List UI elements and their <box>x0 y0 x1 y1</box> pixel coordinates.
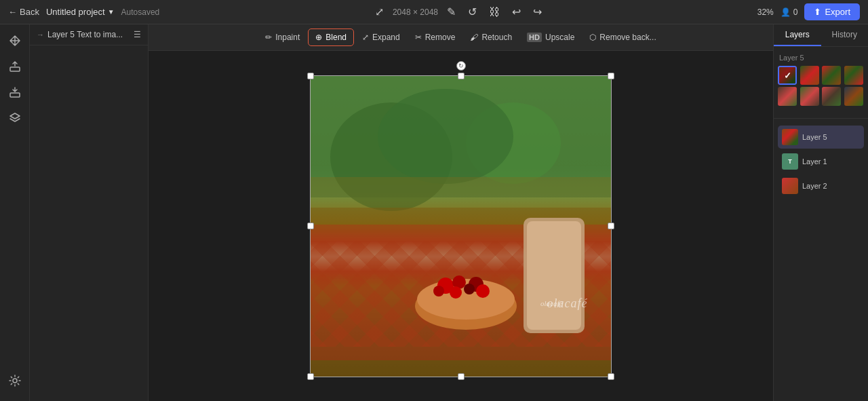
layer-5-label: Layer 5 <box>802 133 827 141</box>
svg-point-6 <box>378 89 513 184</box>
layer-1-label: Layer 1 <box>802 157 827 166</box>
thumbnail-3[interactable] <box>822 66 841 85</box>
layer-item-2[interactable]: Layer 2 <box>778 174 864 197</box>
resize-icon-btn[interactable]: ⤢ <box>372 3 387 20</box>
thumbnail-section-label: Layer 5 <box>778 51 864 66</box>
canvas-image-overlay: olacafé <box>310 75 612 377</box>
sidebar-layers-icon[interactable] <box>4 107 26 129</box>
rotate-handle[interactable]: ↻ <box>456 61 466 71</box>
upscale-label: Upscale <box>545 33 574 42</box>
remove-icon: ✂ <box>415 33 422 42</box>
inpaint-icon: ✏ <box>265 33 272 42</box>
back-button[interactable]: ← Back <box>8 7 39 17</box>
sidebar-move-icon[interactable] <box>4 30 26 52</box>
sidebar-upload-icon[interactable] <box>4 56 26 77</box>
top-bar-center: ⤢ 2048 × 2048 ✎ ↺ ⛓ ↩ ↪ <box>372 3 545 20</box>
layer-2-label: Layer 2 <box>802 182 827 190</box>
svg-point-20 <box>476 284 490 298</box>
tab-history[interactable]: History <box>821 24 869 46</box>
thumbnail-5[interactable] <box>778 87 797 106</box>
thumbnails-section: Layer 5 <box>774 47 868 115</box>
sidebar-download-icon[interactable] <box>4 81 26 103</box>
canvas-area: ✏ Inpaint ⊕ Blend ⤢ Expand ✂ Remove 🖌 Re… <box>149 24 773 401</box>
svg-text:olacafé: olacafé <box>540 299 563 307</box>
layers-section: Layer 5 T Layer 1 Layer 2 <box>774 121 868 401</box>
canvas-dimensions: 2048 × 2048 <box>393 7 438 17</box>
top-bar-right: 32% 👤 0 ⬆ Export <box>757 3 860 20</box>
svg-rect-0 <box>10 67 20 71</box>
svg-point-18 <box>450 286 462 299</box>
canvas-image: olacafé <box>310 75 612 377</box>
top-bar-left: ← Back Untitled project ▼ Autosaved <box>8 7 159 17</box>
export-button[interactable]: ⬆ Export <box>804 3 860 20</box>
user-count: 0 <box>793 7 798 17</box>
svg-point-21 <box>433 286 444 297</box>
thumbnail-2[interactable] <box>800 66 819 85</box>
user-icon: 👤 <box>781 7 791 17</box>
project-name[interactable]: Untitled project ▼ <box>46 7 115 17</box>
divider <box>774 118 868 119</box>
remove-label: Remove <box>425 33 456 42</box>
remove-tool-btn[interactable]: ✂ Remove <box>408 29 462 45</box>
autosaved-status: Autosaved <box>121 7 160 17</box>
svg-point-19 <box>464 284 475 294</box>
layer-list-icon[interactable]: ☰ <box>134 30 141 39</box>
layer-name-tag: → Layer 5 Text to ima... <box>37 30 134 39</box>
expand-icon: ⤢ <box>362 33 369 42</box>
sidebar-bottom <box>4 366 26 396</box>
user-area: 👤 0 <box>781 7 798 17</box>
svg-rect-1 <box>10 93 20 97</box>
export-icon: ⬆ <box>814 7 821 17</box>
tab-layers[interactable]: Layers <box>774 24 821 46</box>
layer-1-thumb: T <box>782 153 798 170</box>
back-label: Back <box>20 7 39 17</box>
inpaint-tool-btn[interactable]: ✏ Inpaint <box>258 29 307 45</box>
layer-item-5[interactable]: Layer 5 <box>778 126 864 149</box>
canvas-image-wrapper[interactable]: olacafé <box>310 75 612 377</box>
refresh-btn[interactable]: ↺ <box>465 3 480 20</box>
layer-5-thumb <box>782 129 798 145</box>
retouch-icon: 🖌 <box>470 33 478 42</box>
left-sidebar <box>0 24 30 401</box>
undo-btn[interactable]: ↩ <box>509 3 524 20</box>
layer-panel-header: → Layer 5 Text to ima... ☰ <box>30 24 148 45</box>
draw-mode-btn[interactable]: ✎ <box>443 3 459 20</box>
remove-back-tool-btn[interactable]: ⬡ Remove back... <box>583 29 663 45</box>
upscale-tool-btn[interactable]: HD Upscale <box>520 29 581 45</box>
thumbnail-1[interactable] <box>778 66 797 85</box>
thumbnail-6[interactable] <box>800 87 819 106</box>
remove-back-label: Remove back... <box>599 33 656 42</box>
link-btn[interactable]: ⛓ <box>486 4 503 20</box>
right-sidebar-tabs: Layers History <box>774 24 868 47</box>
retouch-tool-btn[interactable]: 🖌 Retouch <box>463 29 519 45</box>
project-name-text: Untitled project <box>46 7 105 17</box>
toolbar-strip: ✏ Inpaint ⊕ Blend ⤢ Expand ✂ Remove 🖌 Re… <box>149 24 773 51</box>
project-dropdown-icon: ▼ <box>108 8 115 16</box>
upscale-icon: HD <box>527 33 542 42</box>
canvas-container[interactable]: olacafé <box>149 51 773 401</box>
zoom-level: 32% <box>757 7 774 17</box>
redo-btn[interactable]: ↪ <box>530 3 545 20</box>
right-sidebar: Layers History Layer 5 <box>773 24 868 401</box>
back-arrow-icon: ← <box>8 7 17 17</box>
sidebar-settings-icon[interactable] <box>4 370 26 392</box>
thumbnail-8[interactable] <box>844 87 863 106</box>
remove-back-icon: ⬡ <box>589 33 596 42</box>
layer-item-1[interactable]: T Layer 1 <box>778 150 864 173</box>
arrow-right-icon: → <box>37 31 44 39</box>
expand-tool-btn[interactable]: ⤢ Expand <box>355 29 407 45</box>
thumbnail-7[interactable] <box>822 87 841 106</box>
export-label: Export <box>825 7 850 17</box>
thumbnail-4[interactable] <box>844 66 863 85</box>
svg-rect-11 <box>527 221 581 330</box>
svg-point-2 <box>13 379 17 383</box>
blend-label: Blend <box>326 33 347 42</box>
layer-name-text: Layer 5 Text to ima... <box>47 30 123 39</box>
expand-label: Expand <box>372 33 400 42</box>
retouch-label: Retouch <box>481 33 512 42</box>
thumbnail-grid <box>778 66 864 106</box>
layer-panel: → Layer 5 Text to ima... ☰ <box>30 24 149 401</box>
blend-tool-btn[interactable]: ⊕ Blend <box>308 28 354 46</box>
inpaint-label: Inpaint <box>275 33 300 42</box>
blend-icon: ⊕ <box>315 33 322 42</box>
